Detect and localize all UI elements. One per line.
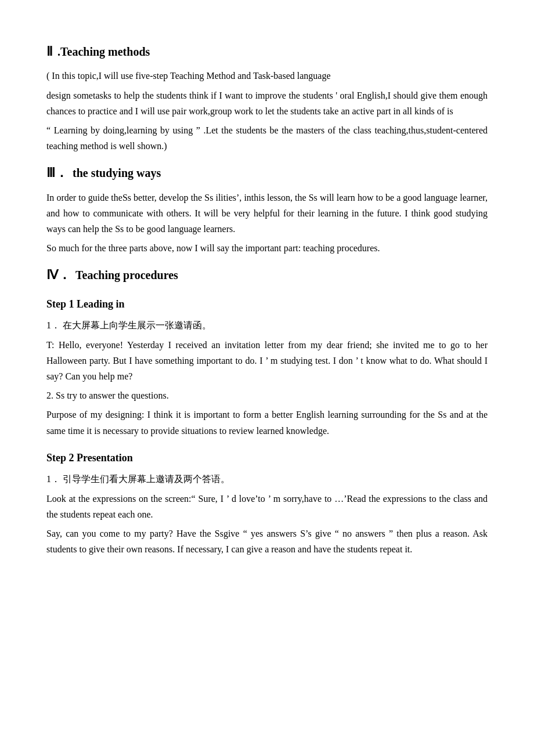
section-4: Ⅳ． Teaching procedures Step 1 Leading in… [46,264,488,557]
section-2-title: .Teaching methods [57,42,150,62]
step-2: Step 2 Presentation 1． 引导学生们看大屏幕上邀请及两个答语… [46,449,488,558]
step-2-item-1: 1． 引导学生们看大屏幕上邀请及两个答语。 Look at the expres… [46,471,488,557]
section-3: Ⅲ． the studying ways In order to guide t… [46,162,488,256]
step-1-item-2: 2. Ss try to answer the questions. Purpo… [46,388,488,439]
step-1-title: Leading in [77,298,125,310]
section-4-title: Teaching procedures [75,265,178,285]
step-1-item-1-chinese: 在大屏幕上向学生展示一张邀请函。 [63,320,211,330]
section-3-para-2: So much for the three parts above, now I… [46,240,488,256]
step-2-item-1-label: 1． 引导学生们看大屏幕上邀请及两个答语。 [46,471,488,487]
section-4-roman: Ⅳ． [46,264,71,285]
step-1-item-2-number: 2. [46,390,56,400]
section-3-title: the studying ways [73,163,161,183]
step-2-item-1-chinese: 引导学生们看大屏幕上邀请及两个答语。 [63,474,230,484]
section-2-heading: Ⅱ .Teaching methods [46,41,488,62]
step-2-title: Presentation [77,452,133,464]
section-3-heading: Ⅲ． the studying ways [46,162,488,183]
step-1-item-1: 1． 在大屏幕上向学生展示一张邀请函。 T: Hello, everyone! … [46,317,488,384]
section-2-roman: Ⅱ [46,41,53,62]
step-1-item-2-text: Ss try to answer the questions. [56,390,169,400]
step-2-item-1-number: 1． [46,474,60,484]
section-3-roman: Ⅲ． [46,162,68,183]
step-1-heading: Step 1 Leading in [46,295,488,313]
step-1-item-1-number: 1． [46,320,60,330]
step-1-item-1-para-1: T: Hello, everyone! Yesterday I received… [46,337,488,385]
section-2: Ⅱ .Teaching methods ( In this topic,I wi… [46,41,488,154]
step-2-item-1-para-1: Look at the expressions on the screen:“ … [46,491,488,522]
section-2-para-2: design sometasks to help the students th… [46,88,488,119]
section-4-heading: Ⅳ． Teaching procedures [46,264,488,285]
section-2-para-1: ( In this topic,I will use five-step Tea… [46,68,488,84]
step-2-heading: Step 2 Presentation [46,449,488,467]
step-2-item-1-para-2: Say, can you come to my party? Have the … [46,526,488,557]
step-1-item-1-label: 1． 在大屏幕上向学生展示一张邀请函。 [46,317,488,333]
section-2-para-3: “ Learning by doing,learning by using ” … [46,122,488,154]
step-1-label: Step 1 [46,298,74,310]
section-3-para-1: In order to guide theSs better, develop … [46,190,488,237]
step-1-item-2-label: 2. Ss try to answer the questions. [46,388,488,403]
step-1: Step 1 Leading in 1． 在大屏幕上向学生展示一张邀请函。 T:… [46,295,488,439]
step-1-item-2-para-1: Purpose of my designing: I think it is i… [46,407,488,438]
step-2-label: Step 2 [46,452,74,464]
